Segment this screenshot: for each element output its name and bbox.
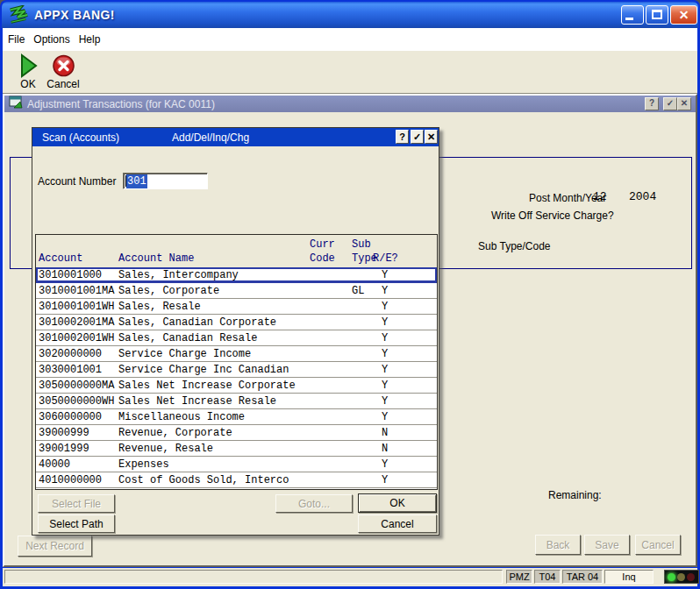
- cell-account: 39000999: [39, 427, 89, 439]
- minimize-icon: [625, 18, 633, 20]
- table-row[interactable]: 3050000000WHSales Net Increase ResaleY: [36, 394, 437, 409]
- mdi-titlebar: Adjustment Transactions (for KAC 0011) ?…: [4, 96, 696, 112]
- header-code: Code: [310, 252, 335, 265]
- table-row[interactable]: 3020000000Service Charge IncomeY: [36, 346, 437, 362]
- dialog-accept-button[interactable]: ✓: [411, 130, 424, 144]
- post-year-value: 2004: [629, 190, 656, 203]
- dialog-mode: Add/Del/Inq/Chg: [172, 131, 249, 144]
- status-t04: T04: [534, 570, 561, 584]
- table-row[interactable]: 3010002001MASales, Canadian CorporateY: [36, 315, 437, 330]
- cell-re: Y: [382, 269, 388, 281]
- cell-account: 3010001000: [39, 269, 102, 281]
- goto-button[interactable]: Goto...: [275, 494, 353, 513]
- cell-name: Sales, Intercompany: [118, 269, 239, 281]
- header-curr: Curr: [310, 238, 335, 251]
- titlebar: APPX BANG! ✕: [2, 2, 698, 28]
- cell-name: Service Charge Inc Canadian: [118, 364, 289, 376]
- window-title: APPX BANG!: [34, 8, 115, 22]
- cell-name: Sales, Canadian Corporate: [118, 316, 276, 329]
- cell-re: Y: [382, 474, 388, 486]
- cell-name: Sales Net Increase Corporate: [118, 380, 296, 392]
- cell-re: Y: [382, 285, 388, 297]
- post-month-value: 12: [593, 190, 607, 203]
- save-button[interactable]: Save: [584, 535, 630, 555]
- cell-account: 3030001001: [39, 364, 102, 376]
- cell-re: Y: [382, 348, 388, 360]
- cell-account: 39001999: [39, 443, 89, 455]
- cell-re: Y: [382, 380, 388, 392]
- status-message-area: [4, 570, 503, 584]
- accounts-table-rows: 3010001000Sales, IntercompanyY3010001001…: [36, 267, 437, 488]
- cell-name: Sales, Resale: [118, 301, 201, 313]
- select-path-button[interactable]: Select Path: [38, 514, 115, 533]
- next-record-button[interactable]: Next Record: [18, 536, 92, 557]
- header-account: Account: [39, 252, 82, 265]
- accounts-table-header: Curr Sub Account Account Name Code Type …: [36, 235, 437, 267]
- toolbar-cancel-label: Cancel: [46, 79, 79, 90]
- dialog-cancel-button[interactable]: Cancel: [358, 514, 437, 533]
- account-number-input[interactable]: 301: [123, 173, 208, 189]
- table-row[interactable]: 4010000000Cost of Goods Sold, IntercoY: [36, 472, 437, 488]
- header-account-name: Account Name: [118, 252, 194, 265]
- table-row[interactable]: 3010002001WHSales, Canadian ResaleY: [36, 330, 437, 346]
- cell-account: 3010001001MA: [39, 285, 114, 297]
- close-button[interactable]: ✕: [670, 5, 697, 25]
- toolbar-ok-button[interactable]: OK: [12, 53, 44, 92]
- dialog-ok-button[interactable]: OK: [358, 493, 437, 513]
- cell-account: 3010002001WH: [39, 332, 114, 344]
- cell-account: 3050000000WH: [39, 395, 114, 408]
- toolbar-cancel-button[interactable]: Cancel: [43, 53, 83, 92]
- toolbar-ok-label: OK: [20, 79, 35, 90]
- cell-re: N: [382, 443, 388, 455]
- cell-account: 40000: [39, 458, 70, 471]
- cell-name: Expenses: [118, 458, 169, 471]
- cell-name: Miscellaneous Income: [118, 411, 245, 423]
- cell-sub: GL: [352, 285, 364, 297]
- cell-account: 4010000000: [39, 474, 102, 486]
- cell-re: Y: [382, 458, 388, 471]
- ok-play-icon: [19, 53, 38, 79]
- maximize-button[interactable]: [646, 5, 668, 25]
- table-row[interactable]: 3010001000Sales, IntercompanyY: [36, 267, 437, 283]
- remaining-label: Remaining:: [548, 489, 602, 501]
- led-icon: [677, 573, 685, 581]
- header-sub: Sub: [352, 238, 371, 251]
- status-mode-inq: Inq: [604, 570, 654, 584]
- dialog-close-button[interactable]: ✕: [425, 130, 438, 144]
- mdi-close-button[interactable]: ✕: [677, 97, 691, 110]
- select-file-button[interactable]: Select File: [38, 494, 115, 513]
- cell-name: Cost of Goods Sold, Interco: [118, 474, 289, 486]
- led-icon: [668, 573, 675, 581]
- dialog-titlebar: Scan (Accounts) Add/Del/Inq/Chg ? ✓ ✕: [32, 128, 439, 146]
- led-icon: [687, 573, 695, 581]
- table-row[interactable]: 3010001001MASales, CorporateGLY: [36, 283, 437, 299]
- cell-re: Y: [382, 364, 388, 376]
- dialog-help-button[interactable]: ?: [396, 130, 409, 144]
- status-led-indicator: [664, 570, 699, 584]
- table-row[interactable]: 39001999Revenue, ResaleN: [36, 441, 437, 457]
- menu-options[interactable]: Options: [33, 33, 69, 46]
- mdi-ok-button[interactable]: ✓: [663, 97, 677, 110]
- write-off-service-charge-label: Write Off Service Charge?: [491, 209, 614, 222]
- table-row[interactable]: 3030001001Service Charge Inc CanadianY: [36, 362, 437, 378]
- account-number-label: Account Number: [38, 175, 116, 188]
- form-cancel-button[interactable]: Cancel: [635, 535, 681, 555]
- menu-file[interactable]: File: [8, 33, 25, 46]
- table-row[interactable]: 3060000000Miscellaneous IncomeY: [36, 409, 437, 425]
- back-button[interactable]: Back: [535, 535, 581, 555]
- mdi-title: Adjustment Transactions (for KAC 0011): [27, 98, 215, 110]
- close-icon: ✕: [671, 6, 696, 24]
- toolbar: OK Cancel: [3, 50, 697, 94]
- minimize-button[interactable]: [621, 5, 644, 25]
- dialog-title: Scan (Accounts): [42, 131, 119, 144]
- table-row[interactable]: 39000999Revenue, CorporateN: [36, 425, 437, 441]
- mdi-help-button[interactable]: ?: [645, 97, 659, 110]
- table-row[interactable]: 40000ExpensesY: [36, 457, 437, 472]
- table-row[interactable]: 3010001001WHSales, ResaleY: [36, 299, 437, 315]
- cell-re: N: [382, 427, 388, 439]
- table-row[interactable]: 3050000000MASales Net Increase Corporate…: [36, 378, 437, 394]
- status-pmz: PMZ: [506, 570, 532, 584]
- menu-help[interactable]: Help: [79, 33, 101, 46]
- cell-name: Service Charge Income: [118, 348, 251, 360]
- cell-re: Y: [382, 332, 388, 344]
